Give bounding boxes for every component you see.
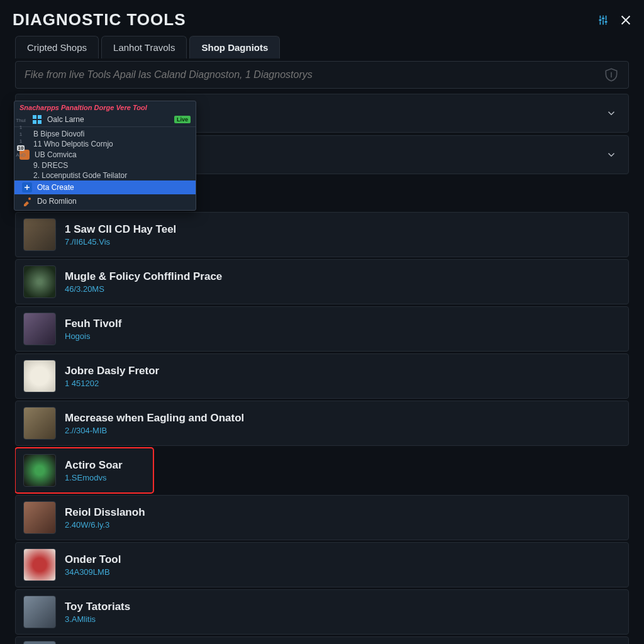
list-item[interactable]: 1 Saw CII CD Hay Teel 7./II6L45.Vis [15,212,629,257]
tab-bar: Cripted Shops Lanhot Travols Shop Dagnio… [9,36,635,58]
popover-row[interactable]: UB Comvica [14,149,196,160]
item-thumb [23,265,56,298]
chevron-down-icon [606,108,617,119]
list-item-highlighted[interactable]: Actiro Soar 1.SEmodvs [15,448,153,493]
popover-row[interactable]: 11 Who Delpotis Cornjo [14,139,196,149]
titlebar-actions [596,13,633,27]
list-item[interactable] [15,636,629,644]
tool-list: 1 Saw CII CD Hay Teel 7./II6L45.Vis Mugl… [15,212,629,644]
settings-icon[interactable] [596,13,610,27]
popover-row-label: Ota Create [37,183,74,192]
item-thumb [23,313,56,345]
item-text: Actiro Soar 1.SEmodvs [65,459,123,482]
popover-row[interactable]: B Bipse Diovofi [14,126,196,139]
item-title: Mugle & Folicy Cohfflind Prace [65,270,222,283]
list-item[interactable]: Mugle & Folicy Cohfflind Prace 46/3.20MS [15,259,629,304]
rail-label: 1 [19,131,22,137]
item-thumb [23,360,56,392]
item-text: Mugle & Folicy Cohfflind Prace 46/3.20MS [65,270,222,294]
item-sub: 1 451202 [65,379,159,388]
popover-row[interactable]: 9. DRECS [14,160,196,170]
window-title: DIAGNOSTIC TOOLS [13,10,186,30]
item-thumb [23,501,56,534]
chevron-down-icon [606,149,617,160]
popover-row-label: B Bipse Diovofi [33,130,84,138]
list-item[interactable]: Jobre Dasly Fretor 1 451202 [15,353,629,399]
rail-label: 1 [19,125,22,130]
context-popover: Thul 1 1 1 10 AoD Snacharpps Panaltion D… [14,101,196,211]
item-sub: 34A309LMB [65,567,121,577]
popover-main-label: Oalc Larne [47,115,84,124]
cube-icon [22,182,32,192]
svg-rect-6 [38,120,42,124]
search-bar[interactable] [15,61,629,89]
item-text: Jobre Dasly Fretor 1 451202 [65,365,159,388]
popover-row-label: 9. DRECS [33,161,68,170]
rail-label: 1 [19,138,22,144]
list-item[interactable]: Onder Tool 34A309LMB [15,542,629,587]
svg-rect-3 [33,115,36,119]
item-title: Onder Tool [65,553,121,566]
item-text: Mecrease when Eagling and Onatol 2.//304… [65,412,244,435]
tool-icon [22,196,32,206]
item-sub: 1.SEmodvs [65,473,123,482]
item-text: 1 Saw CII CD Hay Teel 7./II6L45.Vis [65,223,176,247]
list-item[interactable]: Toy Tatoriats 3.AMlitis [15,589,629,635]
tab-cripted-shops[interactable]: Cripted Shops [15,36,99,58]
popover-row-label: 11 Who Delpotis Cornjo [33,140,113,148]
popover-row-label: UB Comvica [35,150,77,159]
popover-row[interactable]: Do Romlion [14,194,196,210]
svg-rect-4 [38,115,42,119]
item-thumb [23,596,56,628]
diagnostic-window: DIAGNOSTIC TOOLS Cripted Shops Lanhot Tr… [0,0,644,644]
svg-point-2 [604,20,607,23]
rail-label: 10 [17,145,25,151]
item-title: Mecrease when Eagling and Onatol [65,412,244,425]
popover-row-label: Do Romlion [37,197,77,206]
item-title: Reiol Disslanoh [65,506,145,519]
popover-main-row[interactable]: Oalc Larne Live [14,113,196,126]
item-sub: 3.AMlitis [65,614,130,624]
item-thumb [23,218,56,251]
popover-row[interactable]: 2. Locenputist Gode Teilator [14,170,196,180]
item-title: Toy Tatoriats [65,601,130,613]
shield-icon [603,67,619,83]
close-icon[interactable] [619,13,633,27]
popover-row-label: 2. Locenputist Gode Teilator [33,171,127,180]
item-thumb [23,407,56,440]
item-sub: Hogois [65,331,121,341]
svg-point-1 [602,17,604,19]
item-title: Actiro Soar [65,459,123,472]
rail-label: AoD [16,152,26,158]
item-sub: 7./II6L45.Vis [65,237,176,247]
titlebar: DIAGNOSTIC TOOLS [9,8,635,36]
svg-point-9 [28,197,31,200]
tab-shop-dagniots[interactable]: Shop Dagniots [189,36,280,58]
item-thumb [23,548,56,581]
svg-point-0 [599,18,601,21]
item-text: Toy Tatoriats 3.AMlitis [65,601,130,624]
popover-rail: Thul 1 1 1 10 AoD [14,118,27,158]
item-text: Reiol Disslanoh 2.40W/6.ly.3 [65,506,145,530]
popover-row-selected[interactable]: Ota Create [14,180,196,194]
list-item[interactable]: Reiol Disslanoh 2.40W/6.ly.3 [15,495,629,540]
item-title: Jobre Dasly Fretor [65,365,159,377]
rail-label: Thul [16,118,26,123]
svg-rect-5 [33,120,36,124]
item-text: Feuh Tivolf Hogois [65,318,121,341]
item-title: Feuh Tivolf [65,318,121,330]
item-sub: 2.//304-MIB [65,426,244,435]
item-thumb [23,454,56,487]
item-title: 1 Saw CII CD Hay Teel [65,223,176,236]
item-sub: 46/3.20MS [65,284,222,294]
windows-icon [32,114,42,125]
popover-heading: Snacharpps Panaltion Dorge Vere Tool [14,101,196,113]
item-sub: 2.40W/6.ly.3 [65,520,145,530]
search-input[interactable] [25,69,603,80]
tab-lanhot-travols[interactable]: Lanhot Travols [101,36,187,58]
live-badge: Live [174,116,191,123]
item-text: Onder Tool 34A309LMB [65,553,121,577]
list-item[interactable]: Mecrease when Eagling and Onatol 2.//304… [15,401,629,446]
list-item[interactable]: Feuh Tivolf Hogois [15,306,629,352]
item-thumb [23,641,56,644]
